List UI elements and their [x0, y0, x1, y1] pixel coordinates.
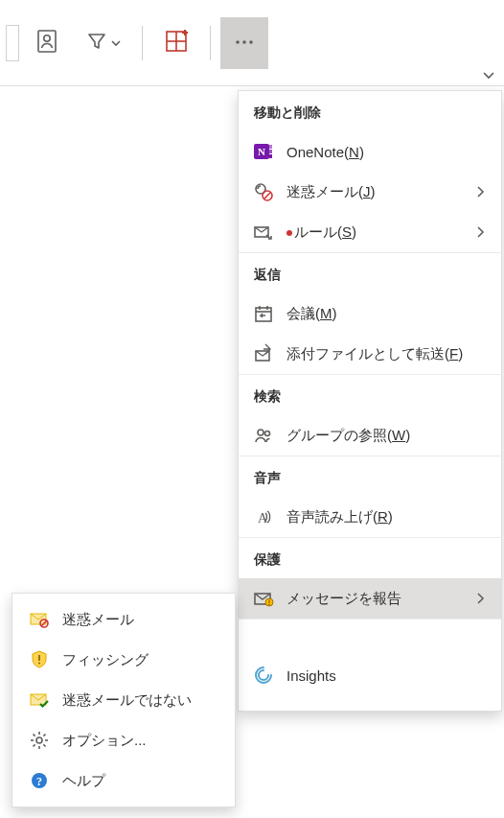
submenu-item-junk[interactable]: 迷惑メール — [12, 599, 235, 640]
report-message-submenu: 迷惑メール フィッシング 迷惑メールではない — [11, 593, 236, 807]
ribbon-toolbar — [0, 0, 504, 86]
svg-point-1 — [44, 35, 50, 41]
section-header-search: 検索 — [239, 374, 501, 415]
submenu-item-not-junk[interactable]: 迷惑メールではない — [12, 680, 235, 720]
junk-envelope-icon — [28, 608, 51, 631]
submenu-item-phishing[interactable]: フィッシング — [12, 640, 235, 680]
svg-line-44 — [34, 744, 35, 746]
svg-point-9 — [249, 40, 253, 44]
menu-item-label: オプション... — [62, 732, 219, 750]
menu-item-label: 音声読み上げ(R) — [286, 508, 486, 526]
more-commands-button[interactable] — [220, 17, 268, 69]
ellipsis-icon — [232, 35, 257, 51]
menu-item-label: 迷惑メール — [62, 611, 219, 629]
svg-point-7 — [236, 40, 240, 44]
svg-text:?: ? — [36, 775, 42, 788]
menu-item-label: フィッシング — [62, 651, 219, 669]
toolbar-separator — [210, 26, 211, 60]
svg-rect-12 — [269, 145, 272, 149]
menu-item-label: メッセージを報告 — [286, 590, 463, 608]
grid-plus-icon — [164, 29, 189, 57]
svg-line-43 — [43, 744, 45, 746]
not-junk-envelope-icon — [28, 689, 51, 712]
svg-rect-14 — [269, 154, 272, 158]
section-header-move-delete: 移動と削除 — [239, 91, 501, 131]
menu-item-label: 迷惑メールではない — [62, 691, 219, 710]
chevron-right-icon — [474, 225, 486, 239]
menu-item-forward-as-attachment[interactable]: 添付ファイルとして転送(F) — [239, 334, 501, 374]
people-group-icon — [252, 424, 275, 447]
toolbar-leading-box — [6, 25, 19, 61]
report-message-icon — [252, 587, 275, 610]
menu-item-read-aloud[interactable]: A 音声読み上げ(R) — [239, 497, 501, 537]
menu-item-label: 会議(M) — [286, 305, 486, 323]
menu-item-report-message[interactable]: メッセージを報告 — [239, 578, 501, 619]
section-header-protect: 保護 — [239, 537, 501, 578]
filter-icon — [85, 30, 108, 56]
menu-item-label: グループの参照(W) — [286, 427, 486, 445]
filter-button[interactable] — [75, 17, 132, 69]
insights-icon — [252, 664, 275, 687]
menu-item-label: 添付ファイルとして転送(F) — [286, 345, 486, 363]
svg-line-42 — [34, 735, 35, 736]
read-aloud-icon: A — [252, 505, 275, 528]
toolbar-separator — [142, 26, 143, 60]
menu-item-junk-mail[interactable]: 迷惑メール(J) — [239, 172, 501, 212]
svg-point-25 — [265, 432, 270, 436]
address-book-icon — [35, 29, 58, 57]
menu-item-meeting[interactable]: 会議(M) — [239, 293, 501, 334]
svg-rect-19 — [256, 308, 271, 321]
svg-line-17 — [264, 193, 270, 199]
phishing-shield-icon — [28, 648, 51, 671]
svg-point-35 — [38, 662, 40, 664]
submenu-item-options[interactable]: オプション... — [12, 720, 235, 760]
menu-item-insights[interactable]: Insights — [239, 655, 501, 695]
svg-point-37 — [36, 737, 42, 743]
menu-item-browse-groups[interactable]: グループの参照(W) — [239, 415, 501, 456]
more-commands-menu: 移動と削除 N OneNote(N) 迷惑メール(J) — [238, 90, 502, 712]
svg-point-24 — [258, 430, 263, 435]
menu-item-label: ルール(S) — [286, 223, 463, 242]
svg-rect-13 — [269, 150, 272, 153]
junk-mail-icon — [252, 180, 275, 203]
chevron-down-icon — [110, 37, 122, 49]
svg-text:N: N — [258, 146, 265, 157]
section-header-voice: 音声 — [239, 456, 501, 497]
help-icon: ? — [28, 769, 51, 792]
ribbon-collapse-chevron[interactable] — [481, 68, 496, 82]
chevron-right-icon — [474, 592, 486, 605]
rules-icon — [252, 221, 275, 244]
gear-icon — [28, 729, 51, 752]
svg-point-8 — [242, 40, 246, 44]
menu-separator — [239, 619, 501, 628]
calendar-reply-icon — [252, 302, 275, 325]
grid-add-button[interactable] — [152, 17, 200, 69]
onenote-icon: N — [252, 140, 275, 163]
svg-line-45 — [43, 735, 45, 736]
section-header-reply: 返信 — [239, 252, 501, 293]
forward-attachment-icon — [252, 342, 275, 365]
menu-item-rules[interactable]: ルール(S) — [239, 212, 501, 252]
menu-item-onenote[interactable]: N OneNote(N) — [239, 131, 501, 172]
menu-item-label: 迷惑メール(J) — [286, 183, 463, 201]
chevron-right-icon — [474, 185, 486, 199]
menu-item-label: OneNote(N) — [286, 144, 486, 160]
address-book-button[interactable] — [23, 17, 71, 69]
submenu-item-help[interactable]: ? ヘルプ — [12, 760, 235, 801]
menu-item-label: Insights — [286, 667, 486, 684]
menu-item-label: ヘルプ — [62, 772, 219, 790]
svg-point-30 — [268, 604, 270, 606]
